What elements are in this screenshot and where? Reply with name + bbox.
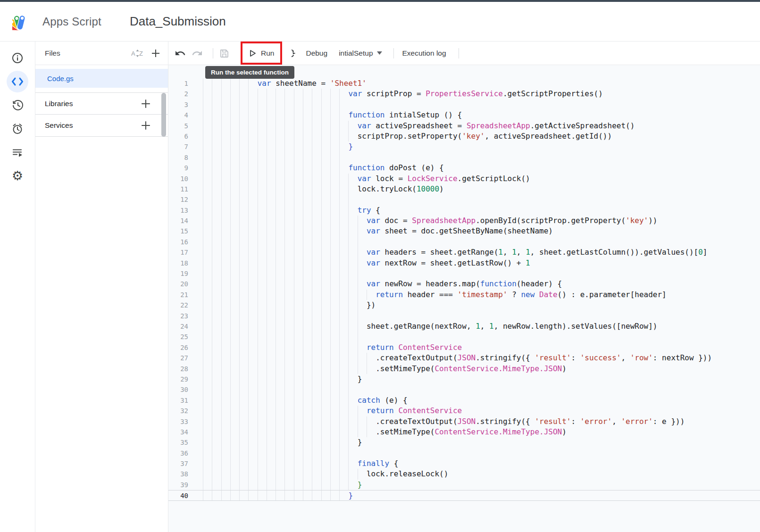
executions-list-icon <box>11 146 24 158</box>
rail-item-overview[interactable] <box>0 46 35 70</box>
run-button[interactable]: Run <box>249 49 274 58</box>
code-token <box>535 290 539 300</box>
code-line[interactable]: 5var activeSpreadsheet = SpreadsheetApp.… <box>168 121 760 131</box>
code-token: catch <box>358 395 380 406</box>
dropdown-arrow-icon <box>377 51 382 55</box>
code-line[interactable]: 31catch (e) { <box>168 395 760 406</box>
code-line[interactable]: 17var headers = sheet.getRange(1, 1, 1, … <box>168 247 760 258</box>
code-line[interactable]: 20var newRow = headers.map(function(head… <box>168 279 760 289</box>
line-number: 13 <box>168 205 203 216</box>
code-line[interactable]: 13try { <box>168 205 760 216</box>
rail-item-executions[interactable] <box>0 141 35 164</box>
code-line[interactable]: 35} <box>168 437 760 448</box>
files-scrollbar-thumb[interactable] <box>161 93 166 137</box>
code-line[interactable]: 23 <box>168 311 760 321</box>
rail-item-editor[interactable] <box>0 70 35 93</box>
code-line[interactable]: 3 <box>168 100 760 110</box>
code-line[interactable]: 25 <box>168 332 760 342</box>
code-line[interactable]: 2var scriptProp = PropertiesService.getS… <box>168 89 760 99</box>
code-line[interactable]: 27.createTextOutput(JSON.stringify({ 're… <box>168 353 760 363</box>
code-token: var <box>367 226 380 236</box>
code-line[interactable]: 11lock.tryLock(10000) <box>168 184 760 194</box>
execution-log-button[interactable]: Execution log <box>402 49 446 58</box>
play-icon <box>249 49 257 58</box>
redo-button[interactable] <box>191 47 203 59</box>
debug-button[interactable]: Debug <box>292 48 327 58</box>
code-line[interactable]: 37finally { <box>168 458 760 469</box>
save-button[interactable] <box>218 47 230 59</box>
code-line[interactable]: 14var doc = SpreadsheetApp.openById(scri… <box>168 216 760 226</box>
function-selector[interactable]: intialSetup <box>339 49 382 58</box>
line-number: 23 <box>168 311 203 321</box>
code-line[interactable]: 34.setMimeType(ContentService.MimeType.J… <box>168 427 760 437</box>
code-line[interactable]: 38lock.releaseLock() <box>168 469 760 479</box>
code-line[interactable]: 1var sheetName = 'Sheet1' <box>168 78 760 89</box>
code-line[interactable]: 12 <box>168 194 760 205</box>
indent-guides <box>203 89 348 99</box>
code-line[interactable]: 26return ContentService <box>168 342 760 353</box>
line-number: 14 <box>168 216 203 226</box>
code-token: , sheet.getLastColumn()).getValues()[ <box>530 247 698 258</box>
code-line[interactable]: 10var lock = LockService.getScriptLock() <box>168 174 760 184</box>
code-token: var <box>367 279 380 289</box>
code-token: ] <box>703 247 708 258</box>
code-line[interactable]: 15var sheet = doc.getSheetByName(sheetNa… <box>168 226 760 236</box>
code-line[interactable]: 39} <box>168 480 760 490</box>
file-item-code-gs[interactable]: Code.gs <box>35 69 168 88</box>
files-panel-header: Files A Z <box>35 42 168 65</box>
code-token: , newRow.length).setValues([newRow]) <box>494 321 658 332</box>
redo-icon <box>192 48 203 59</box>
code-line[interactable]: 21return header === 'timestamp' ? new Da… <box>168 290 760 300</box>
code-line[interactable]: 19 <box>168 268 760 279</box>
rail-item-settings[interactable]: ⚙ <box>0 164 35 188</box>
code-line[interactable]: 28.setMimeType(ContentService.MimeType.J… <box>168 364 760 374</box>
project-title[interactable]: Data_Submission <box>130 14 226 29</box>
add-service-button[interactable] <box>141 120 151 131</box>
add-file-button[interactable] <box>151 49 160 58</box>
code-token: 'result' <box>535 353 571 363</box>
code-line[interactable]: 40} <box>168 490 760 500</box>
code-line[interactable]: 8 <box>168 152 760 163</box>
code-token: , <box>612 416 621 427</box>
code-line[interactable]: 33.createTextOutput(JSON.stringify({ 're… <box>168 416 760 427</box>
code-line[interactable]: 9function doPost (e) { <box>168 163 760 173</box>
add-library-button[interactable] <box>141 99 151 109</box>
files-title: Files <box>45 49 125 58</box>
code-token: .getScriptProperties() <box>503 89 603 99</box>
section-label: Libraries <box>45 100 73 108</box>
indent-guides <box>203 469 367 479</box>
indent-guides <box>203 216 367 226</box>
code-token: function <box>348 110 384 120</box>
code-line[interactable]: 18var nextRow = sheet.getLastRow() + 1 <box>168 258 760 268</box>
code-line[interactable]: 7} <box>168 141 760 152</box>
code-token: LockService <box>408 174 458 184</box>
rail-item-triggers[interactable] <box>0 117 35 141</box>
indent-guides <box>203 342 367 353</box>
code-token: lock.tryLock( <box>358 184 417 194</box>
line-number: 19 <box>168 268 203 279</box>
code-line[interactable]: 32return ContentService <box>168 406 760 416</box>
code-token: 'key' <box>626 216 648 226</box>
code-line[interactable]: 30 <box>168 384 760 395</box>
line-number: 27 <box>168 353 203 363</box>
code-line[interactable]: 22}) <box>168 300 760 310</box>
indent-guides <box>203 110 348 120</box>
line-number: 25 <box>168 332 203 342</box>
code-token: 'row' <box>630 353 653 363</box>
code-line[interactable]: 24sheet.getRange(nextRow, 1, 1, newRow.l… <box>168 321 760 332</box>
code-line[interactable]: 6scriptProp.setProperty('key', activeSpr… <box>168 131 760 141</box>
code-token: var <box>367 216 380 226</box>
code-line[interactable]: 36 <box>168 448 760 458</box>
rail-item-project-history[interactable] <box>0 93 35 117</box>
code-token: scriptProp.setProperty( <box>358 131 462 141</box>
code-token: , <box>517 247 526 258</box>
line-number: 4 <box>168 110 203 120</box>
code-token: 'result' <box>535 416 571 427</box>
code-line[interactable]: 16 <box>168 237 760 247</box>
undo-button[interactable] <box>174 47 186 59</box>
sort-files-button[interactable]: A Z <box>131 49 144 58</box>
code-editor[interactable]: 1var sheetName = 'Sheet1'2var scriptProp… <box>168 65 760 532</box>
code-line[interactable]: 4function intialSetup () { <box>168 110 760 120</box>
code-token: (e) { <box>380 395 408 406</box>
code-line[interactable]: 29} <box>168 374 760 384</box>
